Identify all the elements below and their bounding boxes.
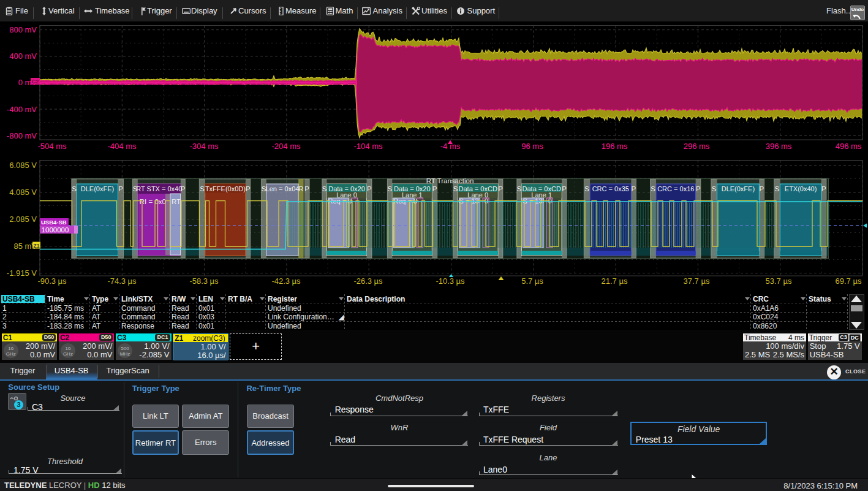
svg-text:ETX(0x40): ETX(0x40) [785, 185, 817, 192]
svg-text:496 ms: 496 ms [836, 142, 862, 151]
svg-text:400 mV: 400 mV [9, 51, 37, 61]
svg-text:DLE(0xFE): DLE(0xFE) [81, 185, 114, 192]
svg-text:-104 ms: -104 ms [354, 142, 383, 151]
svg-text:S: S [775, 185, 780, 192]
svg-text:Data = 0x20: Data = 0x20 [328, 185, 365, 192]
svg-text:P: P [246, 185, 251, 192]
svg-text:P: P [760, 185, 764, 192]
svg-text:P: P [821, 185, 826, 192]
svg-text:S: S [584, 185, 589, 192]
svg-text:2.085 V: 2.085 V [9, 215, 37, 224]
svg-text:USB4-SB: USB4-SB [41, 219, 67, 226]
svg-text:-504 ms: -504 ms [38, 142, 67, 151]
svg-text:S: S [453, 185, 458, 192]
svg-text:TxFFE(0x0D): TxFFE(0x0D) [205, 185, 246, 192]
svg-text:S: S [387, 185, 392, 192]
svg-text:296 ms: 296 ms [684, 142, 710, 151]
svg-text:-404 ms: -404 ms [108, 142, 137, 151]
svg-text:S: S [712, 185, 717, 192]
svg-text:RT: RT [172, 198, 181, 205]
svg-text:-26.3 µs: -26.3 µs [353, 276, 383, 286]
svg-text:P: P [181, 185, 186, 192]
svg-text:R: R [298, 185, 303, 192]
svg-text:S: S [133, 185, 138, 192]
svg-text:396 ms: 396 ms [766, 142, 792, 151]
svg-text:196 ms: 196 ms [602, 142, 628, 151]
svg-text:P: P [632, 185, 636, 192]
svg-text:Len = 0x04: Len = 0x04 [266, 185, 300, 192]
svg-text:5.7 µs: 5.7 µs [521, 276, 543, 286]
svg-text:P: P [498, 185, 503, 192]
svg-text:S: S [322, 185, 327, 192]
svg-text:RI = 0x0: RI = 0x0 [140, 198, 166, 205]
svg-text:-800 mV: -800 mV [7, 131, 37, 140]
svg-text:21.7 µs: 21.7 µs [602, 276, 628, 286]
svg-text:C2: C2 [32, 78, 39, 85]
svg-text:53.7 µs: 53.7 µs [766, 276, 792, 286]
svg-text:-204 ms: -204 ms [272, 142, 301, 151]
svg-text:P: P [367, 185, 372, 192]
svg-text:Data = 0x20: Data = 0x20 [394, 185, 431, 192]
svg-text:Req = 0: Req = 0 [328, 197, 352, 205]
svg-text:-90.3 µs: -90.3 µs [37, 276, 67, 286]
svg-text:CRC = 0x35: CRC = 0x35 [592, 185, 629, 192]
svg-text:-10.3 µs: -10.3 µs [436, 276, 465, 286]
svg-text:CRC = 0x16: CRC = 0x16 [657, 185, 694, 192]
svg-text:Z1: Z1 [34, 243, 40, 249]
svg-text:6.085 V: 6.085 V [9, 161, 37, 170]
svg-text:P: P [696, 185, 701, 192]
svg-text:-74.3 µs: -74.3 µs [107, 276, 137, 286]
svg-text:S: S [72, 185, 77, 192]
svg-text:S: S [651, 185, 655, 192]
svg-text:P: P [432, 185, 437, 192]
svg-text:DLE(0xFE): DLE(0xFE) [722, 185, 755, 192]
svg-text:P: P [562, 185, 567, 192]
svg-text:S: S [200, 185, 205, 192]
svg-text:RT STX = 0x40: RT STX = 0x40 [136, 185, 182, 192]
svg-text:-58.3 µs: -58.3 µs [189, 276, 219, 286]
svg-text:-1.915 V: -1.915 V [7, 268, 37, 278]
svg-text:RT Transaction: RT Transaction [426, 177, 474, 185]
svg-text:800 mV: 800 mV [9, 25, 37, 34]
svg-text:P: P [118, 185, 123, 192]
svg-text:Data = 0xCD: Data = 0xCD [523, 185, 561, 192]
svg-text:96 ms: 96 ms [521, 142, 543, 151]
svg-text:S: S [517, 185, 522, 192]
svg-text:-42.3 µs: -42.3 µs [271, 276, 301, 286]
svg-text:S: S [262, 185, 266, 192]
svg-text:-400 mV: -400 mV [7, 105, 37, 114]
svg-text:37.7 µs: 37.7 µs [684, 276, 710, 286]
svg-text:4.085 V: 4.085 V [9, 188, 37, 197]
svg-text:-304 ms: -304 ms [190, 142, 219, 151]
svg-text:1000000: 1000000 [42, 226, 69, 234]
svg-text:Data = 0xCD: Data = 0xCD [459, 185, 497, 192]
svg-text:P: P [304, 185, 309, 192]
svg-text:69.7 µs: 69.7 µs [836, 276, 862, 286]
